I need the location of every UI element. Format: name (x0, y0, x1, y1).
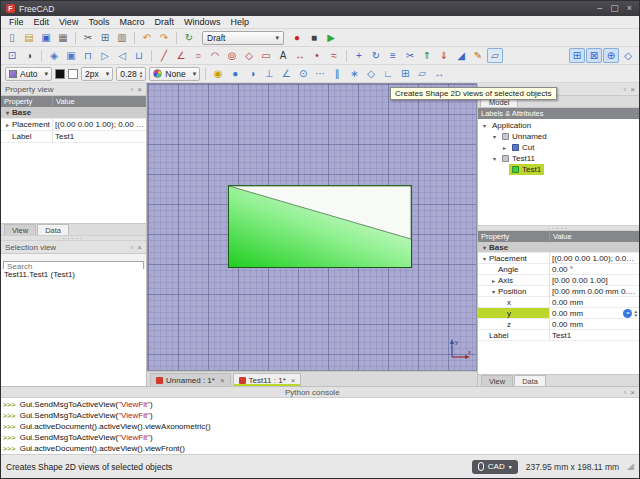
draft-rectangle-icon[interactable]: ▭ (258, 48, 274, 63)
property-editor-row-label[interactable]: LabelTest1 (478, 330, 639, 341)
fit-all-icon[interactable]: ⊡ (4, 48, 20, 63)
open-folder-icon[interactable]: ▤ (21, 30, 37, 45)
draft-bspline-icon[interactable]: ≈ (326, 48, 342, 63)
refresh-icon[interactable]: ↻ (181, 30, 197, 45)
float-icon[interactable]: ▫ (130, 241, 133, 254)
document-tab-test11[interactable]: Test11 : 1* × (233, 373, 302, 386)
undo-icon[interactable]: ↶ (139, 30, 155, 45)
snap-parallel-icon[interactable]: ∥ (329, 66, 345, 81)
draft-upgrade-icon[interactable]: ⇑ (419, 48, 435, 63)
python-console-body[interactable]: >>>Gui.SendMsgToActiveView("ViewFit")>>>… (1, 398, 639, 456)
property-view-row-placement[interactable]: ▸Placement[(0.00 0.00 1.00); 0.00 °(0.00… (1, 119, 146, 131)
close-icon[interactable]: × (630, 83, 635, 96)
tree-item-test1[interactable]: Test1 (478, 164, 639, 175)
draft-offset-icon[interactable]: ≡ (385, 48, 401, 63)
menu-help[interactable]: Help (225, 16, 254, 29)
float-icon[interactable]: ▫ (623, 386, 626, 399)
tab-data[interactable]: Data (514, 375, 546, 386)
expander-icon[interactable]: ▸ (500, 144, 509, 151)
draft-rotate-icon[interactable]: ↻ (368, 48, 384, 63)
draft-polygon-icon[interactable]: ◇ (241, 48, 257, 63)
view-front-icon[interactable]: ▣ (63, 48, 79, 63)
working-plane-button[interactable]: Auto ▾ (5, 67, 52, 81)
expander-icon[interactable]: ▸ (3, 121, 12, 128)
python-console-header[interactable]: Python console ▫ × (1, 387, 639, 398)
menu-macro[interactable]: Macro (114, 16, 149, 29)
selection-item[interactable]: Test11.Test1 (Test1) (1, 269, 146, 280)
property-editor-row-angle[interactable]: Angle0.00 ° (478, 264, 639, 275)
draft-polyline-icon[interactable]: ∠ (173, 48, 189, 63)
draft-downgrade-icon[interactable]: ⇓ (436, 48, 452, 63)
float-icon[interactable]: ▫ (130, 83, 133, 96)
draft-scale-icon[interactable]: ◢ (453, 48, 469, 63)
property-view-row-base[interactable]: ▾Base (1, 107, 146, 119)
redo-icon[interactable]: ↷ (156, 30, 172, 45)
spin-buttons[interactable]: ▴▾ (140, 70, 143, 78)
close-icon[interactable]: × (291, 376, 296, 385)
expander-icon[interactable]: ▾ (480, 255, 489, 262)
snap-dimensions-icon[interactable]: ↔ (431, 66, 447, 81)
draft-ellipse-icon[interactable]: ◎ (224, 48, 240, 63)
expander-icon[interactable]: ▾ (3, 109, 12, 116)
tab-view[interactable]: View (4, 224, 36, 235)
menu-file[interactable]: File (4, 16, 29, 29)
snap-center-icon[interactable]: ⊙ (295, 66, 311, 81)
menu-windows[interactable]: Windows (179, 16, 226, 29)
cut-icon[interactable]: ✂ (80, 30, 96, 45)
draft-edit-icon[interactable]: ✎ (470, 48, 486, 63)
autogroup-button[interactable]: None ▾ (149, 67, 200, 81)
shape2dview-object[interactable] (228, 185, 412, 268)
close-icon[interactable]: × (137, 83, 142, 96)
face-color-swatch[interactable] (68, 69, 78, 79)
text-size-spinbox[interactable]: 0.28 ▴▾ (116, 67, 146, 81)
snap-toggle-icon[interactable]: ◉ (210, 66, 226, 81)
new-document-icon[interactable]: ▯ (4, 30, 20, 45)
snap-working-plane-icon[interactable]: ▱ (414, 66, 430, 81)
property-editor-row-base[interactable]: ▾Base (478, 242, 639, 253)
maximize-button[interactable]: ▢ (610, 1, 619, 16)
close-icon[interactable]: × (137, 241, 142, 254)
expander-icon[interactable]: ▸ (489, 277, 498, 284)
snap-midpoint-icon[interactable]: ◑ (244, 66, 260, 81)
macro-play-icon[interactable]: ▶ (323, 30, 339, 45)
property-editor-row-x[interactable]: x0.00 mm (478, 297, 639, 308)
minimize-button[interactable]: – (597, 1, 602, 16)
menu-edit[interactable]: Edit (29, 16, 55, 29)
macro-stop-icon[interactable]: ■ (306, 30, 322, 45)
tree-item-test11[interactable]: ▾Test11 (478, 153, 639, 164)
workbench-selector[interactable]: Draft ▾ (202, 31, 284, 45)
snap-perpendicular-icon[interactable]: ⊥ (261, 66, 277, 81)
view-rear-icon[interactable]: ◁ (114, 48, 130, 63)
expander-icon[interactable]: ▾ (490, 155, 499, 162)
draft-circle-icon[interactable]: ○ (190, 48, 206, 63)
print-icon[interactable]: ▦ (55, 30, 71, 45)
draft-dimension-icon[interactable]: ↔ (292, 48, 308, 63)
tab-view[interactable]: View (481, 375, 513, 386)
snap-near-icon[interactable]: ◇ (363, 66, 379, 81)
selection-view-header[interactable]: Selection view ▫ × (1, 241, 146, 254)
view-bottom-icon[interactable]: ⊔ (131, 48, 147, 63)
tree-item-application[interactable]: ▾Application (478, 120, 639, 131)
spin-buttons[interactable]: ▴▾ (634, 309, 637, 318)
macro-record-icon[interactable]: ● (289, 30, 305, 45)
snap-special-icon[interactable]: ∗ (346, 66, 362, 81)
expander-icon[interactable]: ▾ (480, 122, 489, 129)
expander-icon[interactable]: ▾ (480, 244, 489, 251)
snap-ortho-icon[interactable]: ∟ (380, 66, 396, 81)
3d-viewport[interactable]: x y (147, 83, 477, 371)
line-color-swatch[interactable] (55, 69, 65, 79)
snap-extension-icon[interactable]: ⋯ (312, 66, 328, 81)
expander-icon[interactable]: ▾ (490, 133, 499, 140)
navigation-style-button[interactable]: CAD ▾ (472, 460, 518, 474)
property-view-header[interactable]: Property view ▫ × (1, 83, 146, 96)
toggle-axis-cross-icon[interactable]: ⊕ (603, 48, 619, 63)
line-width-select[interactable]: 2px ▾ (81, 67, 113, 81)
menu-tools[interactable]: Tools (83, 16, 114, 29)
view-isometric-icon[interactable]: ◇ (620, 48, 636, 63)
snap-angle-icon[interactable]: ∠ (278, 66, 294, 81)
property-editor-row-position[interactable]: ▾Position[0.00 mm 0.00 mm 0.00 mm] (478, 286, 639, 297)
draft-arc-icon[interactable]: ◠ (207, 48, 223, 63)
document-tab-unnamed[interactable]: Unnamed : 1* × (150, 373, 231, 386)
title-bar[interactable]: F FreeCAD – ▢ × (1, 1, 639, 16)
property-editor-row-y[interactable]: y0.00 mm=▴▾ (478, 308, 639, 319)
